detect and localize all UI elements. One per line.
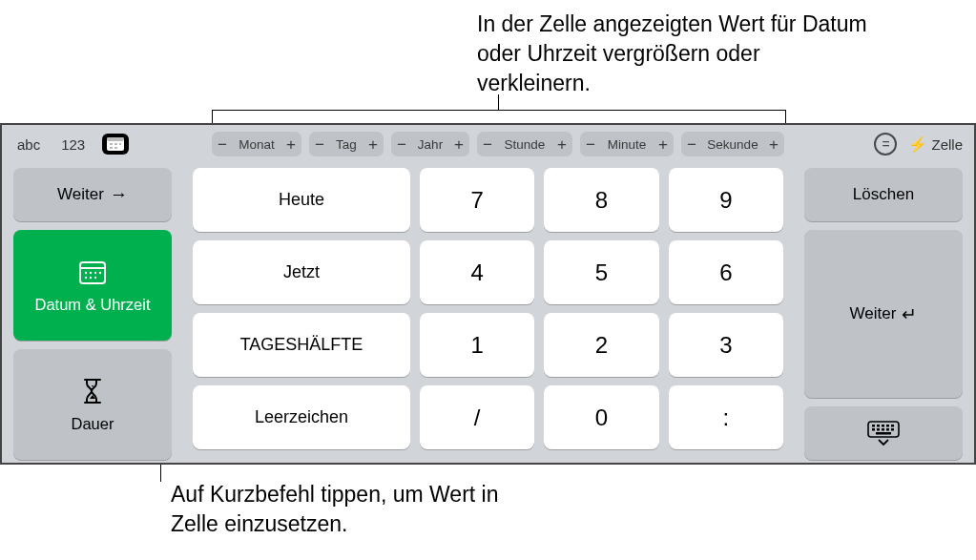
weiter-button[interactable]: Weiter → [13, 168, 172, 221]
shortcut-jetzt[interactable]: Jetzt [193, 240, 410, 304]
callout-line [785, 110, 786, 123]
loeschen-button[interactable]: Löschen [804, 168, 963, 221]
formula-icon[interactable]: = [874, 133, 897, 156]
callout-line [212, 110, 213, 123]
shortcut-heute[interactable]: Heute [193, 168, 410, 232]
mode-abc[interactable]: abc [13, 135, 44, 155]
stepper-decrement[interactable]: − [315, 136, 324, 153]
mode-datum-uhrzeit[interactable]: Datum & Uhrzeit [13, 230, 172, 341]
shortcut-tageshaelfte[interactable]: TAGESHÄLFTE [193, 313, 410, 377]
stepper-increment[interactable]: + [769, 136, 779, 153]
left-column: Weiter → Datum & Uhrzeit Dauer [13, 168, 172, 460]
stepper-sekunde: − Sekunde + [681, 132, 784, 156]
svg-rect-5 [110, 147, 113, 149]
key-5[interactable]: 5 [544, 240, 658, 304]
svg-rect-26 [891, 428, 894, 431]
svg-rect-24 [882, 428, 884, 431]
stepper-decrement[interactable]: − [218, 136, 227, 153]
svg-rect-21 [891, 425, 894, 427]
stepper-increment[interactable]: + [557, 136, 567, 153]
stepper-decrement[interactable]: − [586, 136, 595, 153]
annotation-bottom: Auf Kurzbefehl tippen, um Wert in Zelle … [171, 480, 533, 539]
svg-point-13 [85, 276, 87, 278]
stepper-decrement[interactable]: − [687, 136, 696, 153]
key-colon[interactable]: : [669, 385, 783, 449]
stepper-increment[interactable]: + [286, 136, 296, 153]
mode-label: Datum & Uhrzeit [34, 296, 150, 314]
svg-rect-6 [114, 147, 117, 149]
stepper-decrement[interactable]: − [397, 136, 406, 153]
svg-point-12 [99, 271, 101, 273]
mode-label: Dauer [72, 415, 114, 433]
svg-point-11 [94, 271, 96, 273]
weiter-label: Weiter [850, 304, 897, 323]
stepper-label: Sekunde [707, 137, 758, 152]
shortcut-leerzeichen[interactable]: Leerzeichen [193, 385, 410, 449]
stepper-stunde: − Stunde + [477, 132, 572, 156]
stepper-increment[interactable]: + [454, 136, 464, 153]
stepper-label: Jahr [418, 137, 443, 152]
date-time-keyboard: abc 123 − Monat + − Tag + − Jahr + [0, 123, 976, 465]
stepper-label: Tag [336, 137, 357, 152]
svg-rect-22 [872, 428, 875, 431]
stepper-tag: − Tag + [309, 132, 384, 156]
svg-point-9 [85, 271, 87, 273]
key-8[interactable]: 8 [544, 168, 658, 232]
svg-point-10 [90, 271, 92, 273]
arrow-right-icon: → [110, 184, 128, 205]
dismiss-keyboard-button[interactable] [804, 406, 963, 460]
svg-point-14 [90, 276, 92, 278]
key-4[interactable]: 4 [420, 240, 534, 304]
svg-point-15 [94, 276, 96, 278]
key-slash[interactable]: / [420, 385, 534, 449]
hourglass-icon [78, 377, 107, 405]
svg-rect-19 [882, 425, 884, 427]
loeschen-label: Löschen [853, 185, 914, 204]
key-0[interactable]: 0 [544, 385, 658, 449]
svg-rect-2 [110, 143, 113, 145]
key-9[interactable]: 9 [669, 168, 783, 232]
svg-rect-23 [877, 428, 880, 431]
stepper-monat: − Monat + [212, 132, 301, 156]
toolbar: abc 123 − Monat + − Tag + − Jahr + [2, 125, 974, 163]
weiter-label: Weiter [57, 185, 104, 204]
stepper-row: − Monat + − Tag + − Jahr + − Stunde + − [212, 132, 784, 156]
stepper-label: Stunde [505, 137, 546, 152]
return-icon: ↵ [902, 303, 917, 325]
svg-rect-20 [886, 425, 889, 427]
stepper-increment[interactable]: + [658, 136, 668, 153]
key-6[interactable]: 6 [669, 240, 783, 304]
right-column: Löschen Weiter ↵ [804, 168, 963, 460]
zelle-button[interactable]: ⚡ Zelle [908, 135, 963, 154]
key-3[interactable]: 3 [669, 313, 783, 377]
key-7[interactable]: 7 [420, 168, 534, 232]
key-1[interactable]: 1 [420, 313, 534, 377]
svg-rect-4 [119, 143, 121, 145]
calendar-icon [78, 258, 107, 286]
svg-rect-1 [107, 137, 124, 141]
stepper-label: Monat [239, 137, 275, 152]
stepper-increment[interactable]: + [368, 136, 378, 153]
zelle-label: Zelle [931, 136, 963, 153]
stepper-label: Minute [608, 137, 647, 152]
svg-rect-27 [876, 432, 891, 435]
mode-123[interactable]: 123 [57, 135, 89, 155]
callout-line [498, 94, 499, 111]
svg-rect-25 [886, 428, 889, 431]
callout-line [212, 110, 786, 111]
svg-rect-3 [114, 143, 117, 145]
svg-rect-17 [872, 425, 875, 427]
mode-dauer[interactable]: Dauer [13, 349, 172, 460]
stepper-minute: − Minute + [580, 132, 674, 156]
mode-datetime-icon[interactable] [102, 134, 129, 155]
annotation-top: In der Zelle angezeigten Wert für Datum … [477, 10, 878, 98]
keyboard-dismiss-icon [867, 421, 900, 446]
weiter-return-button[interactable]: Weiter ↵ [804, 230, 963, 398]
key-2[interactable]: 2 [544, 313, 658, 377]
center-keypad: Heute 7 8 9 Jetzt 4 5 6 TAGESHÄLFTE 1 2 … [193, 168, 783, 447]
stepper-decrement[interactable]: − [483, 136, 492, 153]
svg-rect-18 [877, 425, 880, 427]
bolt-icon: ⚡ [908, 135, 927, 154]
stepper-jahr: − Jahr + [391, 132, 469, 156]
